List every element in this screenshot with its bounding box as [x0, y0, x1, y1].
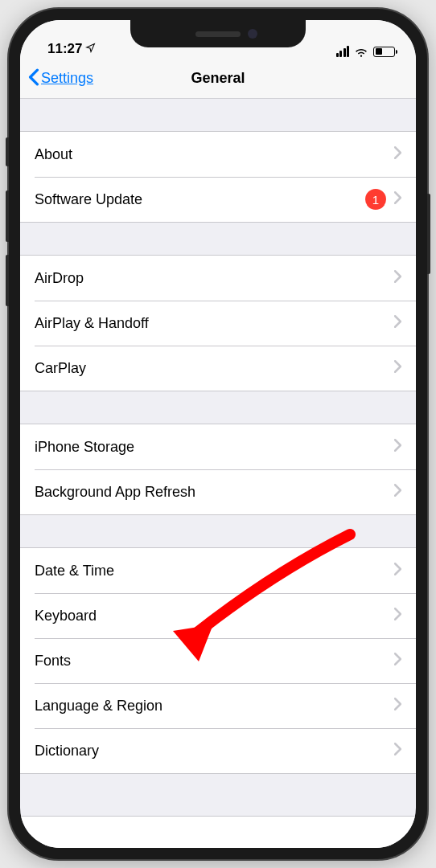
row-label: Date & Time — [35, 563, 394, 579]
row-label: Software Update — [35, 191, 365, 208]
navigation-bar: Settings General — [20, 59, 416, 99]
row-carplay[interactable]: CarPlay — [20, 346, 416, 391]
partial-row-peek — [20, 816, 416, 848]
status-time: 11:27 — [47, 41, 82, 57]
chevron-right-icon — [394, 360, 401, 376]
row-label: iPhone Storage — [35, 439, 394, 456]
location-icon — [85, 41, 96, 57]
right-side-buttons — [427, 194, 430, 274]
chevron-right-icon — [394, 146, 401, 162]
row-label: CarPlay — [35, 360, 394, 377]
chevron-left-icon — [28, 68, 39, 90]
chevron-right-icon — [394, 191, 401, 207]
settings-group: AboutSoftware Update1 — [20, 131, 416, 223]
battery-icon — [373, 47, 395, 57]
row-dictionary[interactable]: Dictionary — [20, 728, 416, 773]
row-label: Language & Region — [35, 698, 394, 714]
chevron-right-icon — [394, 698, 401, 714]
row-fonts[interactable]: Fonts — [20, 638, 416, 683]
row-label: AirPlay & Handoff — [35, 315, 394, 332]
row-label: Background App Refresh — [35, 484, 394, 501]
chevron-right-icon — [394, 439, 401, 455]
notification-badge: 1 — [365, 189, 386, 210]
wifi-icon — [354, 46, 368, 57]
row-label: Dictionary — [35, 743, 394, 760]
row-airplay-handoff[interactable]: AirPlay & Handoff — [20, 301, 416, 346]
row-software-update[interactable]: Software Update1 — [20, 177, 416, 222]
row-background-app-refresh[interactable]: Background App Refresh — [20, 469, 416, 514]
chevron-right-icon — [394, 608, 401, 624]
row-keyboard[interactable]: Keyboard — [20, 593, 416, 638]
back-label: Settings — [41, 70, 93, 87]
page-title: General — [191, 70, 245, 87]
settings-list[interactable]: AboutSoftware Update1AirDropAirPlay & Ha… — [20, 99, 416, 774]
row-label: AirDrop — [35, 270, 394, 287]
screen: 11:27 — [20, 20, 416, 848]
row-label: Keyboard — [35, 608, 394, 624]
row-language-region[interactable]: Language & Region — [20, 683, 416, 728]
row-about[interactable]: About — [20, 132, 416, 177]
notch — [130, 20, 306, 47]
chevron-right-icon — [394, 270, 401, 286]
row-iphone-storage[interactable]: iPhone Storage — [20, 424, 416, 469]
row-date-time[interactable]: Date & Time — [20, 548, 416, 593]
phone-body: 11:27 — [9, 9, 427, 859]
row-label: Fonts — [35, 653, 394, 669]
row-label: About — [35, 146, 394, 163]
cellular-signal-icon — [336, 46, 350, 57]
chevron-right-icon — [394, 653, 401, 669]
back-button[interactable]: Settings — [28, 68, 93, 90]
chevron-right-icon — [394, 315, 401, 331]
chevron-right-icon — [394, 743, 401, 759]
settings-group: iPhone StorageBackground App Refresh — [20, 424, 416, 515]
left-side-buttons — [6, 137, 9, 319]
chevron-right-icon — [394, 484, 401, 500]
chevron-right-icon — [394, 563, 401, 579]
settings-group: AirDropAirPlay & HandoffCarPlay — [20, 255, 416, 391]
row-airdrop[interactable]: AirDrop — [20, 256, 416, 301]
settings-group: Date & TimeKeyboardFontsLanguage & Regio… — [20, 547, 416, 774]
